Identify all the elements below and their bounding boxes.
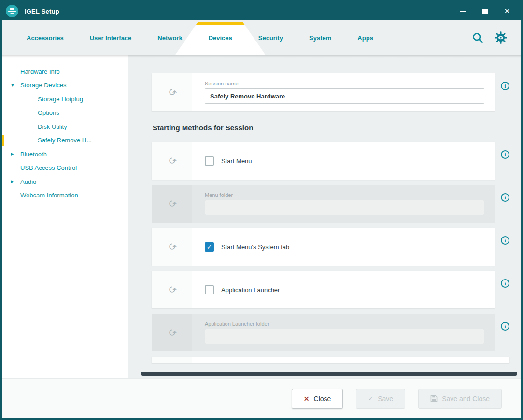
reset-button[interactable]: ↺ — [152, 142, 192, 180]
menu-folder-label: Menu folder — [205, 192, 484, 198]
save-and-close-button-label: Save and Close — [442, 395, 490, 403]
sidebar-item-label: Hardware Info — [20, 68, 60, 75]
reset-button[interactable]: ↺ — [152, 73, 192, 111]
reset-icon: ↺ — [166, 326, 178, 339]
save-button-label: Save — [378, 395, 393, 403]
settings-panel: ↺ Session name i Starting Methods for Se… — [128, 55, 521, 378]
tab-label: Network — [157, 34, 182, 42]
expander-down-icon[interactable]: ▼ — [10, 83, 15, 88]
sidebar-item-audio[interactable]: ▶Audio — [2, 175, 128, 189]
tab-accessories[interactable]: Accessories — [14, 20, 77, 55]
partial-row — [152, 357, 509, 363]
sidebar-item-safely-remove-hardware[interactable]: Safely Remove H... — [2, 134, 128, 148]
close-session-button[interactable]: ✕ Close — [292, 389, 343, 409]
sidebar-item-label: Disk Utility — [38, 123, 67, 130]
sidebar-item-label: Webcam Information — [20, 192, 78, 199]
reset-button[interactable]: ↺ — [152, 228, 192, 266]
sidebar-item-storage-hotplug[interactable]: Storage Hotplug — [2, 92, 128, 106]
info-icon[interactable]: i — [501, 279, 509, 288]
checkmark-icon: ✓ — [207, 244, 212, 250]
check-icon: ✓ — [368, 395, 373, 402]
app-launcher-checkbox[interactable]: ✓ — [205, 285, 214, 294]
close-x-icon: ✕ — [304, 395, 310, 402]
tab-label: Devices — [209, 34, 232, 42]
window-title: IGEL Setup — [25, 8, 59, 15]
sidebar-item-label: USB Access Control — [20, 164, 77, 171]
system-tab-label: Start Menu's System tab — [221, 243, 289, 251]
sidebar-tree: Hardware Info ▼Storage Devices Storage H… — [2, 55, 128, 378]
gear-eye-icon — [494, 31, 508, 44]
igel-setup-window: IGEL Setup ✕ Accessories User Interface … — [0, 0, 523, 420]
reset-button[interactable]: ↺ — [152, 185, 192, 223]
tab-label: Security — [258, 34, 283, 42]
start-menu-checkbox[interactable]: ✓ — [205, 156, 214, 166]
tab-label: System — [309, 34, 331, 42]
expander-right-icon[interactable]: ▶ — [10, 152, 15, 156]
search-icon — [471, 31, 484, 44]
maximize-button[interactable] — [474, 3, 496, 19]
reset-icon: ↺ — [166, 154, 178, 167]
session-name-input[interactable] — [205, 88, 484, 104]
tab-user-interface[interactable]: User Interface — [77, 20, 145, 55]
sidebar-item-disk-utility[interactable]: Disk Utility — [2, 120, 128, 134]
tab-apps[interactable]: Apps — [344, 20, 386, 55]
reset-icon: ↺ — [166, 240, 178, 253]
tab-label: Accessories — [27, 34, 64, 42]
sidebar-item-label: Storage Hotplug — [38, 96, 83, 103]
info-icon[interactable]: i — [501, 236, 509, 245]
tab-system[interactable]: System — [296, 20, 344, 55]
sidebar-item-label: Storage Devices — [20, 82, 66, 89]
minimize-icon — [460, 11, 466, 12]
sidebar-item-storage-devices[interactable]: ▼Storage Devices — [2, 79, 128, 93]
info-icon[interactable]: i — [501, 193, 509, 202]
reset-icon: ↺ — [166, 283, 178, 296]
reset-button — [152, 357, 192, 363]
app-launcher-label: Application Launcher — [221, 286, 280, 294]
tab-label: Apps — [357, 34, 373, 42]
app-launcher-folder-row: ↺ Application Launcher folder i — [152, 314, 509, 351]
menu-folder-input — [205, 200, 484, 215]
tab-devices[interactable]: Devices — [196, 20, 245, 55]
save-button[interactable]: ✓ Save — [356, 389, 405, 409]
reset-icon: ↺ — [166, 197, 178, 210]
section-title: Starting Methods for Session — [153, 124, 509, 132]
maximize-icon — [482, 9, 488, 14]
sidebar-item-label: Audio — [20, 178, 36, 185]
close-button-label: Close — [314, 395, 331, 403]
search-button[interactable] — [471, 31, 484, 44]
tab-security[interactable]: Security — [245, 20, 296, 55]
sidebar-item-webcam-information[interactable]: Webcam Information — [2, 189, 128, 203]
tabbar: Accessories User Interface Network Devic… — [2, 20, 521, 55]
horizontal-scrollbar-thumb[interactable] — [141, 372, 517, 376]
sidebar-item-label: Options — [38, 109, 59, 116]
reset-icon: ↺ — [166, 86, 178, 98]
reset-button[interactable]: ↺ — [152, 314, 192, 351]
window-controls: ✕ — [452, 3, 518, 19]
expander-right-icon[interactable]: ▶ — [10, 179, 15, 184]
sidebar-item-label: Safely Remove H... — [38, 137, 92, 144]
session-name-row: ↺ Session name i — [152, 73, 509, 111]
reset-button[interactable]: ↺ — [152, 271, 192, 308]
save-and-close-button[interactable]: Save and Close — [418, 389, 502, 409]
sidebar-item-usb-access-control[interactable]: USB Access Control — [2, 161, 128, 175]
titlebar: IGEL Setup ✕ — [2, 2, 521, 20]
tab-label: User Interface — [90, 34, 132, 42]
start-menu-row: ↺ ✓ Start Menu i — [152, 142, 509, 180]
footer-bar: ✕ Close ✓ Save Save and Close — [2, 378, 521, 418]
igel-logo-icon — [6, 5, 18, 17]
floppy-icon — [430, 395, 438, 402]
sidebar-item-label: Bluetooth — [20, 151, 47, 158]
close-button[interactable]: ✕ — [496, 3, 518, 19]
sidebar-item-bluetooth[interactable]: ▶Bluetooth — [2, 147, 128, 161]
info-icon[interactable]: i — [501, 150, 509, 159]
info-icon[interactable]: i — [501, 322, 509, 331]
sidebar-item-options[interactable]: Options — [2, 106, 128, 120]
session-name-label: Session name — [205, 81, 484, 86]
minimize-button[interactable] — [452, 3, 474, 19]
app-launcher-folder-input — [205, 329, 484, 344]
sidebar-item-hardware-info[interactable]: Hardware Info — [2, 65, 128, 79]
system-tab-checkbox[interactable]: ✓ — [205, 242, 214, 252]
app-launcher-folder-label: Application Launcher folder — [205, 321, 484, 327]
info-icon[interactable]: i — [501, 82, 509, 90]
settings-button[interactable] — [494, 31, 508, 44]
